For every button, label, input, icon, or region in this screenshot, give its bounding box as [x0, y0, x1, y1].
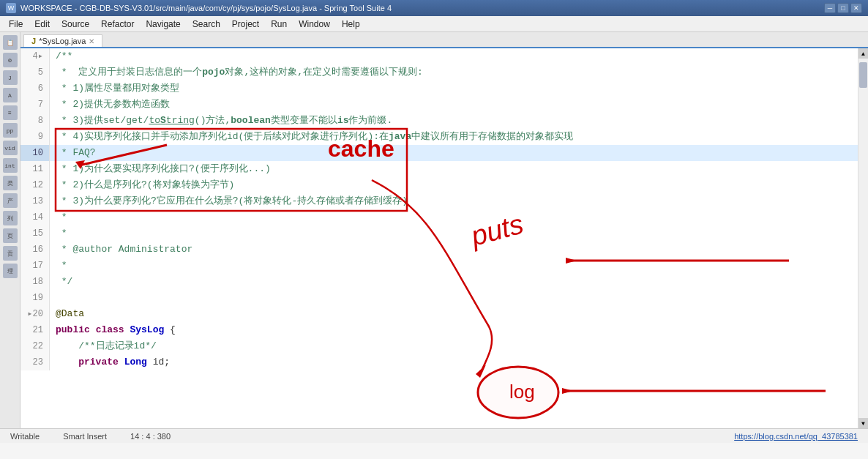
- menu-file[interactable]: File: [3, 18, 29, 31]
- sidebar-icon-4[interactable]: A: [3, 88, 18, 102]
- menu-bar: File Edit Source Refactor Navigate Searc…: [0, 16, 868, 32]
- code-line-6: 6 * 1)属性尽量都用对象类型: [20, 81, 868, 97]
- line-number-21: 21: [20, 322, 50, 338]
- sidebar-icon-13[interactable]: 贡: [3, 246, 18, 261]
- sidebar-icon-11[interactable]: 列: [3, 211, 18, 225]
- menu-run[interactable]: Run: [265, 18, 293, 31]
- code-line-22: 22 /**日志记录id*/: [20, 338, 868, 354]
- line-content-13: * 3)为什么要序列化?它应用在什么场景?(将对象转化-持久存储或者存储到缓存): [50, 193, 408, 209]
- line-content-10: * FAQ?: [50, 145, 868, 161]
- code-line-21: 21 public class SysLog {: [20, 322, 868, 338]
- sidebar-icon-10[interactable]: 产: [3, 193, 18, 208]
- line-content-19: [50, 290, 61, 306]
- line-content-22: /**日志记录id*/: [50, 338, 157, 354]
- log-circle: [478, 367, 558, 418]
- sidebar-icon-1[interactable]: 📋: [3, 35, 18, 50]
- app-icon: W: [6, 3, 16, 13]
- menu-source[interactable]: Source: [56, 18, 95, 31]
- window-title: WORKSPACE - CGB-DB-SYS-V3.01/src/main/ja…: [20, 4, 824, 12]
- line-content-16: * @author Administrator: [50, 242, 192, 258]
- status-writable: Writable: [6, 432, 44, 441]
- line-number-16: 16: [20, 242, 50, 258]
- tab-close-icon[interactable]: ✕: [89, 37, 94, 45]
- code-line-20: ▸20 @Data: [20, 306, 868, 322]
- code-line-17: 17 *: [20, 258, 868, 274]
- status-smart-insert: Smart Insert: [59, 432, 111, 441]
- line-number-6: 6: [20, 81, 50, 97]
- tab-icon: J: [31, 37, 36, 45]
- code-line-18: 18 */: [20, 274, 868, 290]
- line-content-23: private Long id;: [50, 354, 170, 370]
- line-number-13: 13: [20, 193, 50, 209]
- maximize-button[interactable]: □: [837, 3, 849, 13]
- line-number-5: 5: [20, 64, 50, 81]
- sidebar-icon-14[interactable]: 理: [3, 264, 18, 278]
- code-line-11: 11 * 1)为什么要实现序列化接口?(便于序列化...): [20, 161, 868, 177]
- menu-window[interactable]: Window: [293, 18, 336, 31]
- scroll-up-arrow[interactable]: ▲: [858, 48, 868, 59]
- line-content-9: * 4)实现序列化接口并手动添加序列化id(便于后续对此对象进行序列化):在ja…: [50, 129, 573, 145]
- line-content-6: * 1)属性尽量都用对象类型: [50, 81, 179, 97]
- status-url[interactable]: https://blog.csdn.net/qq_43785381: [730, 432, 862, 441]
- code-line-9: 9 * 4)实现序列化接口并手动添加序列化id(便于后续对此对象进行序列化):在…: [20, 129, 868, 145]
- title-bar: W WORKSPACE - CGB-DB-SYS-V3.01/src/main/…: [0, 0, 868, 16]
- line-content-4: /**: [50, 48, 72, 64]
- code-line-10: 10 * FAQ?: [20, 145, 868, 161]
- line-number-4: 4▸: [20, 48, 50, 64]
- line-number-14: 14: [20, 209, 50, 225]
- sidebar-icon-9[interactable]: 类: [3, 176, 18, 190]
- code-line-16: 16 * @author Administrator: [20, 242, 868, 258]
- line-number-10: 10: [20, 145, 50, 161]
- line-number-7: 7: [20, 97, 50, 113]
- menu-edit[interactable]: Edit: [29, 18, 56, 31]
- code-area[interactable]: 4▸ /** 5 * 定义用于封装日志信息的一个pojo对象,这样的对象,在定义…: [20, 48, 868, 428]
- line-content-11: * 1)为什么要实现序列化接口?(便于序列化...): [50, 161, 271, 177]
- line-number-8: 8: [20, 113, 50, 129]
- close-button[interactable]: ✕: [850, 3, 862, 13]
- code-line-19: 19: [20, 290, 868, 306]
- line-content-14: *: [50, 209, 67, 225]
- menu-project[interactable]: Project: [226, 18, 265, 31]
- line-number-18: 18: [20, 274, 50, 290]
- svg-marker-6: [562, 388, 573, 394]
- scroll-track[interactable]: [858, 59, 868, 418]
- code-line-4: 4▸ /**: [20, 48, 868, 64]
- scroll-thumb[interactable]: [859, 62, 867, 88]
- sidebar-icon-8[interactable]: int: [3, 158, 18, 173]
- code-line-12: 12 * 2)什么是序列化?(将对象转换为字节): [20, 177, 868, 193]
- sidebar-icon-7[interactable]: vid: [3, 141, 18, 155]
- menu-help[interactable]: Help: [336, 18, 366, 31]
- left-sidebar: 📋 ⚙ J A ≡ pp vid int 类 产 列 页 贡 理: [0, 32, 20, 428]
- code-line-13: 13 * 3)为什么要序列化?它应用在什么场景?(将对象转化-持久存储或者存储到…: [20, 193, 868, 209]
- sidebar-icon-6[interactable]: pp: [3, 123, 18, 138]
- right-scrollbar[interactable]: ▲ ▼: [858, 48, 868, 428]
- menu-navigate[interactable]: Navigate: [140, 18, 186, 31]
- main-layout: 📋 ⚙ J A ≡ pp vid int 类 产 列 页 贡 理 J *SysL…: [0, 32, 868, 428]
- menu-search[interactable]: Search: [187, 18, 226, 31]
- line-content-7: * 2)提供无参数构造函数: [50, 97, 170, 113]
- line-number-12: 12: [20, 177, 50, 193]
- sidebar-icon-3[interactable]: J: [3, 70, 18, 85]
- sidebar-icon-2[interactable]: ⚙: [3, 53, 18, 67]
- code-line-5: 5 * 定义用于封装日志信息的一个pojo对象,这样的对象,在定义时需要遵循以下…: [20, 64, 868, 81]
- line-content-5: * 定义用于封装日志信息的一个pojo对象,这样的对象,在定义时需要遵循以下规则…: [50, 64, 423, 81]
- log-text: log: [509, 381, 535, 403]
- status-position: 14 : 4 : 380: [126, 432, 175, 441]
- tab-label: *SysLog.java: [39, 37, 86, 45]
- code-line-8: 8 * 3)提供set/get/toString()方法,boolean类型变量…: [20, 113, 868, 129]
- sidebar-icon-5[interactable]: ≡: [3, 105, 18, 120]
- scroll-down-arrow[interactable]: ▼: [858, 418, 868, 428]
- minimize-button[interactable]: ─: [824, 3, 836, 13]
- window-controls[interactable]: ─ □ ✕: [824, 3, 862, 13]
- code-line-14: 14 *: [20, 209, 868, 225]
- menu-refactor[interactable]: Refactor: [95, 18, 140, 31]
- sidebar-icon-12[interactable]: 页: [3, 228, 18, 243]
- code-line-7: 7 * 2)提供无参数构造函数: [20, 97, 868, 113]
- line-number-20: ▸20: [20, 306, 50, 322]
- code-line-23: 23 private Long id;: [20, 354, 868, 370]
- editor-tab[interactable]: J *SysLog.java ✕: [23, 34, 102, 47]
- line-number-23: 23: [20, 354, 50, 370]
- status-bar: Writable Smart Insert 14 : 4 : 380 https…: [0, 428, 868, 443]
- line-number-19: 19: [20, 290, 50, 306]
- line-content-15: *: [50, 225, 67, 242]
